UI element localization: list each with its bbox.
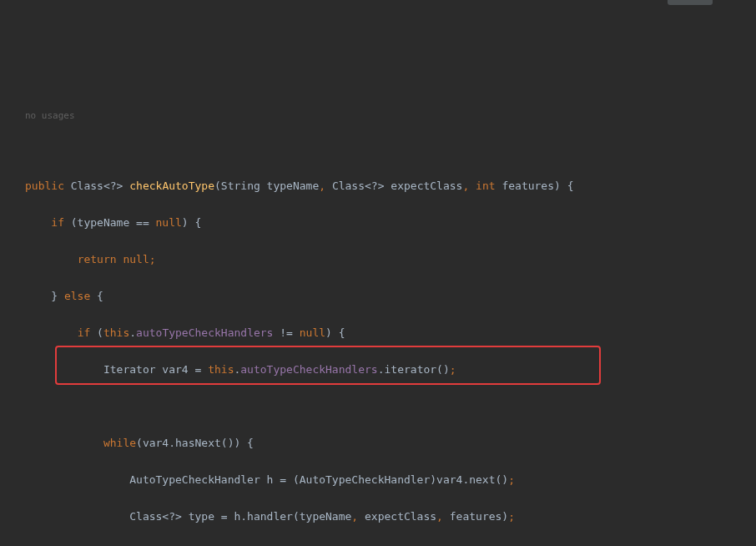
call: .iterator() bbox=[378, 363, 450, 376]
param: features) { bbox=[501, 179, 573, 192]
keyword-public: public bbox=[25, 179, 64, 192]
keyword-null: null bbox=[156, 216, 182, 229]
dot: . bbox=[129, 326, 136, 339]
keyword-null: null bbox=[300, 326, 325, 339]
toolbar-button[interactable] bbox=[668, 0, 713, 5]
code-editor[interactable]: public Class<?> checkAutoType(String typ… bbox=[0, 159, 756, 546]
semicolon: ; bbox=[149, 253, 156, 265]
semicolon: ; bbox=[508, 473, 515, 486]
semicolon: ; bbox=[450, 363, 456, 376]
keyword-null: null bbox=[123, 253, 149, 265]
keyword-else: else bbox=[64, 290, 90, 302]
keyword-this: this bbox=[103, 326, 129, 339]
params: (String typeName bbox=[214, 179, 319, 192]
comma: , bbox=[319, 179, 332, 192]
field: autoTypeCheckHandlers bbox=[136, 326, 273, 339]
cond: (var4.hasNext()) { bbox=[136, 437, 254, 449]
code: Iterator var4 = bbox=[103, 363, 208, 376]
field: autoTypeCheckHandlers bbox=[240, 363, 377, 376]
keyword-while: while bbox=[103, 437, 136, 449]
comma: , bbox=[436, 510, 450, 523]
code: Class<?> type = h.handler(typeName bbox=[129, 510, 351, 523]
keyword-if: if bbox=[51, 216, 64, 229]
keyword-this: this bbox=[208, 363, 234, 376]
method-name: checkAutoType bbox=[129, 179, 214, 192]
brace: { bbox=[97, 290, 103, 302]
keyword-int: int bbox=[476, 179, 495, 192]
keyword-if: if bbox=[78, 326, 91, 339]
usages-hint: no usages bbox=[0, 110, 756, 122]
param: Class<?> expectClass bbox=[332, 179, 463, 192]
brace: } bbox=[51, 290, 58, 302]
brace: ) { bbox=[325, 326, 345, 339]
comma: , bbox=[462, 179, 476, 192]
type: Class<?> bbox=[71, 179, 123, 192]
semicolon: ; bbox=[508, 510, 515, 523]
brace: ) { bbox=[182, 216, 201, 229]
arg: features) bbox=[450, 510, 508, 523]
arg: expectClass bbox=[365, 510, 436, 523]
op: != bbox=[273, 326, 299, 339]
keyword-return: return bbox=[78, 253, 117, 265]
code: AutoTypeCheckHandler h = (AutoTypeCheckH… bbox=[129, 473, 508, 486]
cond: (typeName == bbox=[64, 216, 156, 229]
comma: , bbox=[351, 510, 365, 523]
